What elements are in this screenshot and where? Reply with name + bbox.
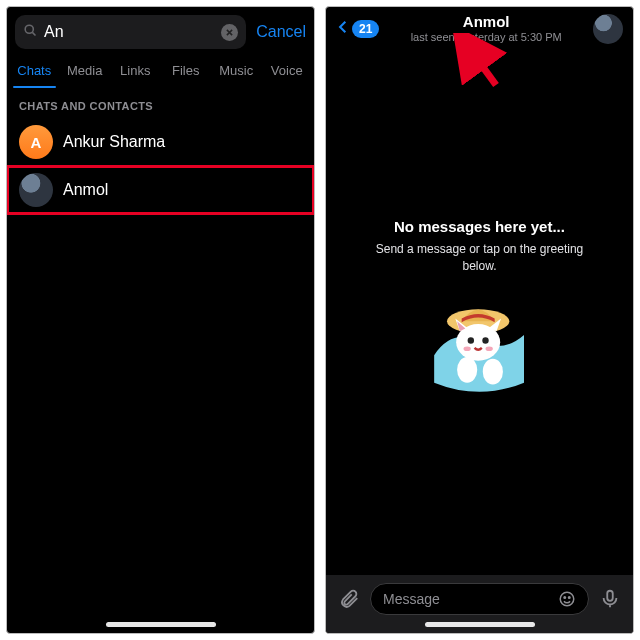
empty-subtitle: Send a message or tap on the greeting be… [366,241,593,275]
message-input[interactable]: Message [370,583,589,615]
svg-point-0 [25,25,33,33]
back-button[interactable]: 21 [336,17,379,41]
sticker-icon[interactable] [558,590,576,608]
svg-point-12 [569,597,571,599]
unread-badge: 21 [352,20,379,38]
search-tabs: Chats Media Links Files Music Voice [7,55,314,88]
chevron-left-icon [336,17,350,41]
svg-point-10 [560,592,574,606]
svg-point-6 [463,346,470,351]
tab-voice[interactable]: Voice [262,55,313,88]
tab-chats[interactable]: Chats [9,55,60,88]
empty-title: No messages here yet... [394,218,565,235]
attach-icon[interactable] [338,588,360,610]
clear-search-button[interactable] [221,24,238,41]
svg-point-4 [467,337,473,343]
svg-point-5 [482,337,488,343]
chat-screen: 21 Anmol last seen yesterday at 5:30 PM … [325,6,634,634]
avatar[interactable] [593,14,623,44]
chat-header: 21 Anmol last seen yesterday at 5:30 PM [326,7,633,48]
search-input[interactable]: An [15,15,246,49]
greeting-sticker[interactable] [425,291,535,405]
mic-icon[interactable] [599,588,621,610]
cancel-button[interactable]: Cancel [256,23,306,41]
contact-name: Anmol [385,13,587,31]
tab-media[interactable]: Media [60,55,111,88]
section-header: CHATS AND CONTACTS [7,88,314,118]
svg-point-11 [564,597,566,599]
search-screen: An Cancel Chats Media Links Files Music … [6,6,315,634]
result-name: Anmol [63,181,108,199]
home-indicator [425,622,535,627]
svg-rect-13 [607,591,613,601]
svg-point-9 [482,359,502,385]
avatar: A [19,125,53,159]
tab-music[interactable]: Music [211,55,262,88]
home-indicator [106,622,216,627]
tab-links[interactable]: Links [110,55,161,88]
result-name: Ankur Sharma [63,133,165,151]
last-seen: last seen yesterday at 5:30 PM [385,31,587,44]
result-row[interactable]: A Ankur Sharma [7,118,314,166]
svg-point-8 [457,357,477,383]
chat-title[interactable]: Anmol last seen yesterday at 5:30 PM [385,13,587,44]
svg-point-7 [485,346,492,351]
search-value: An [44,23,215,41]
message-placeholder: Message [383,591,558,607]
result-row-selected[interactable]: Anmol [7,166,314,214]
empty-chat: No messages here yet... Send a message o… [326,48,633,575]
search-bar-row: An Cancel [7,7,314,55]
avatar [19,173,53,207]
tab-files[interactable]: Files [161,55,212,88]
search-icon [23,23,38,42]
